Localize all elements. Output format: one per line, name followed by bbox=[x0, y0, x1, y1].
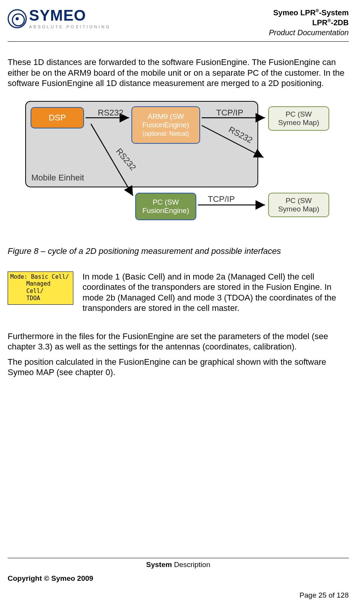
logo-icon bbox=[8, 9, 27, 28]
node-pc-fusionengine: PC (SW FusionEngine) bbox=[135, 193, 196, 220]
label-tcpip-top: TCP/IP bbox=[216, 108, 243, 118]
label-tcpip-bottom: TCP/IP bbox=[208, 194, 235, 204]
mode-note-row: Mode: Basic Cell/ Managed Cell/ TDOA In … bbox=[8, 271, 349, 314]
logo-tagline: ABSOLUTE POSITIONING bbox=[29, 24, 111, 29]
footer-copyright: Copyright © Symeo 2009 bbox=[8, 574, 349, 583]
figure-caption: Figure 8 – cycle of a 2D positioning mea… bbox=[8, 246, 349, 256]
logo: SYMEO ABSOLUTE POSITIONING bbox=[8, 8, 111, 29]
paragraph-params: Furthermore in the files for the FusionE… bbox=[8, 331, 349, 352]
page-header: SYMEO ABSOLUTE POSITIONING Symeo LPR®-Sy… bbox=[8, 8, 349, 42]
node-dsp: DSP bbox=[31, 107, 84, 128]
footer-page-number: Page 25 of 128 bbox=[8, 591, 349, 600]
node-pc-symeo-map-top: PC (SW Symeo Map) bbox=[268, 106, 329, 131]
logo-text: SYMEO bbox=[29, 8, 111, 23]
paragraph-map: The position calculated in the FusionEng… bbox=[8, 357, 349, 378]
mobile-unit-label: Mobile Einheit bbox=[31, 173, 84, 183]
mode-text: In mode 1 (Basic Cell) and in mode 2a (M… bbox=[83, 271, 349, 314]
figure-8-diagram: Mobile Einheit DSP ARM9 (SW FusionEngine… bbox=[25, 101, 342, 227]
label-rs232-top: RS232 bbox=[98, 108, 123, 118]
node-pc-symeo-map-bottom: PC (SW Symeo Map) bbox=[268, 193, 329, 217]
paragraph-intro: These 1D distances are forwarded to the … bbox=[8, 57, 349, 89]
mode-badge: Mode: Basic Cell/ Managed Cell/ TDOA bbox=[8, 271, 73, 305]
document-title: Symeo LPR®-System LPR®-2DB Product Docum… bbox=[269, 8, 349, 37]
node-arm9: ARM9 (SW FusionEngine) (optional: Netcat… bbox=[131, 106, 200, 144]
page-footer: System Description Copyright © Symeo 200… bbox=[8, 558, 349, 600]
footer-section: System Description bbox=[8, 561, 349, 569]
